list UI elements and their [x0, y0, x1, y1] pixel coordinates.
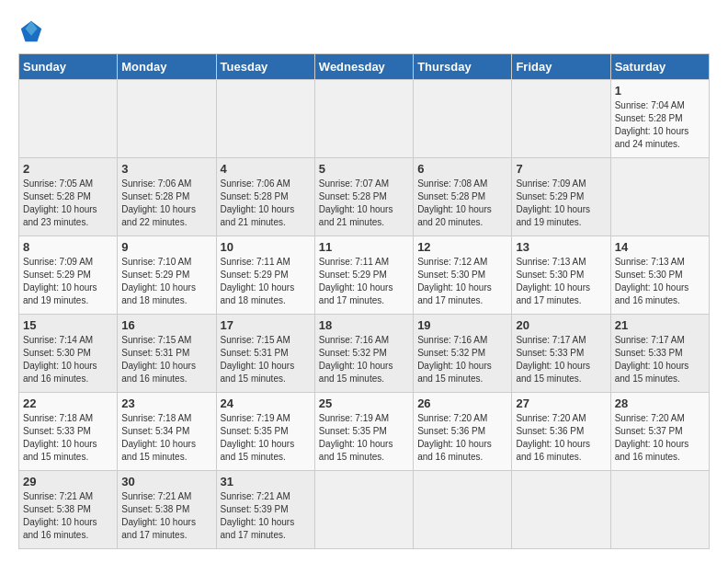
day-info: Sunrise: 7:21 AMSunset: 5:38 PMDaylight:… — [121, 490, 211, 542]
day-info: Sunrise: 7:07 AMSunset: 5:28 PMDaylight:… — [319, 178, 409, 229]
day-cell-11: 11Sunrise: 7:11 AMSunset: 5:29 PMDayligh… — [314, 236, 413, 315]
day-info: Sunrise: 7:12 AMSunset: 5:30 PMDaylight:… — [417, 256, 507, 307]
empty-cell — [414, 471, 512, 549]
day-cell-23: 23Sunrise: 7:18 AMSunset: 5:34 PMDayligh… — [118, 393, 216, 471]
day-number: 6 — [417, 162, 507, 176]
day-info: Sunrise: 7:09 AMSunset: 5:29 PMDaylight:… — [516, 178, 606, 229]
day-cell-16: 16Sunrise: 7:15 AMSunset: 5:31 PMDayligh… — [118, 315, 216, 393]
empty-cell — [610, 158, 709, 236]
day-info: Sunrise: 7:06 AMSunset: 5:28 PMDaylight:… — [221, 178, 311, 229]
day-number: 24 — [221, 396, 311, 410]
day-info: Sunrise: 7:16 AMSunset: 5:32 PMDaylight:… — [319, 334, 409, 385]
day-cell-8: 8Sunrise: 7:09 AMSunset: 5:29 PMDaylight… — [19, 236, 118, 315]
day-number: 3 — [121, 162, 211, 176]
day-info: Sunrise: 7:11 AMSunset: 5:29 PMDaylight:… — [319, 256, 409, 307]
empty-cell — [512, 80, 610, 158]
day-number: 4 — [221, 162, 311, 176]
day-number: 10 — [221, 240, 311, 254]
day-number: 22 — [23, 396, 113, 410]
day-cell-6: 6Sunrise: 7:08 AMSunset: 5:28 PMDaylight… — [414, 158, 512, 236]
day-cell-10: 10Sunrise: 7:11 AMSunset: 5:29 PMDayligh… — [216, 236, 314, 315]
day-cell-4: 4Sunrise: 7:06 AMSunset: 5:28 PMDaylight… — [216, 158, 314, 236]
day-cell-21: 21Sunrise: 7:17 AMSunset: 5:33 PMDayligh… — [610, 315, 709, 393]
day-info: Sunrise: 7:13 AMSunset: 5:30 PMDaylight:… — [516, 256, 606, 307]
day-cell-27: 27Sunrise: 7:20 AMSunset: 5:36 PMDayligh… — [512, 393, 610, 471]
day-cell-20: 20Sunrise: 7:17 AMSunset: 5:33 PMDayligh… — [512, 315, 610, 393]
day-info: Sunrise: 7:06 AMSunset: 5:28 PMDaylight:… — [121, 178, 211, 229]
day-cell-5: 5Sunrise: 7:07 AMSunset: 5:28 PMDaylight… — [314, 158, 413, 236]
day-cell-26: 26Sunrise: 7:20 AMSunset: 5:36 PMDayligh… — [414, 393, 512, 471]
day-info: Sunrise: 7:13 AMSunset: 5:30 PMDaylight:… — [615, 256, 705, 307]
empty-cell — [610, 471, 709, 549]
day-number: 11 — [319, 240, 409, 254]
header-day-monday: Monday — [118, 54, 216, 80]
day-info: Sunrise: 7:18 AMSunset: 5:34 PMDaylight:… — [121, 412, 211, 464]
day-number: 27 — [516, 396, 606, 410]
day-number: 26 — [417, 396, 507, 410]
day-info: Sunrise: 7:17 AMSunset: 5:33 PMDaylight:… — [615, 334, 705, 385]
day-info: Sunrise: 7:11 AMSunset: 5:29 PMDaylight:… — [221, 256, 311, 307]
calendar-week-2: 2Sunrise: 7:05 AMSunset: 5:28 PMDaylight… — [19, 158, 710, 236]
day-info: Sunrise: 7:20 AMSunset: 5:37 PMDaylight:… — [615, 412, 705, 464]
calendar-week-6: 29Sunrise: 7:21 AMSunset: 5:38 PMDayligh… — [19, 471, 710, 549]
header-day-sunday: Sunday — [19, 54, 118, 80]
day-number: 21 — [615, 318, 705, 332]
calendar-week-1: 1Sunrise: 7:04 AMSunset: 5:28 PMDaylight… — [19, 80, 710, 158]
day-cell-3: 3Sunrise: 7:06 AMSunset: 5:28 PMDaylight… — [118, 158, 216, 236]
header-day-tuesday: Tuesday — [216, 54, 314, 80]
day-number: 30 — [121, 475, 211, 488]
day-cell-13: 13Sunrise: 7:13 AMSunset: 5:30 PMDayligh… — [512, 236, 610, 315]
day-cell-1: 1Sunrise: 7:04 AMSunset: 5:28 PMDaylight… — [610, 80, 709, 158]
day-info: Sunrise: 7:14 AMSunset: 5:30 PMDaylight:… — [23, 334, 113, 385]
day-cell-24: 24Sunrise: 7:19 AMSunset: 5:35 PMDayligh… — [216, 393, 314, 471]
day-number: 12 — [417, 240, 507, 254]
empty-cell — [512, 471, 610, 549]
day-cell-7: 7Sunrise: 7:09 AMSunset: 5:29 PMDaylight… — [512, 158, 610, 236]
day-info: Sunrise: 7:10 AMSunset: 5:29 PMDaylight:… — [121, 256, 211, 307]
day-number: 28 — [615, 396, 705, 410]
calendar-week-3: 8Sunrise: 7:09 AMSunset: 5:29 PMDaylight… — [19, 236, 710, 315]
day-info: Sunrise: 7:21 AMSunset: 5:38 PMDaylight:… — [23, 490, 113, 542]
header-row: SundayMondayTuesdayWednesdayThursdayFrid… — [19, 54, 710, 80]
day-number: 7 — [516, 162, 606, 176]
day-number: 29 — [23, 475, 113, 488]
day-cell-25: 25Sunrise: 7:19 AMSunset: 5:35 PMDayligh… — [314, 393, 413, 471]
calendar-header: SundayMondayTuesdayWednesdayThursdayFrid… — [19, 54, 710, 80]
empty-cell — [314, 471, 413, 549]
day-info: Sunrise: 7:04 AMSunset: 5:28 PMDaylight:… — [615, 99, 705, 151]
day-info: Sunrise: 7:20 AMSunset: 5:36 PMDaylight:… — [417, 412, 507, 464]
day-number: 5 — [319, 162, 409, 176]
header-day-saturday: Saturday — [610, 54, 709, 80]
day-number: 14 — [615, 240, 705, 254]
day-info: Sunrise: 7:16 AMSunset: 5:32 PMDaylight:… — [417, 334, 507, 385]
header-day-thursday: Thursday — [414, 54, 512, 80]
empty-cell — [216, 80, 314, 158]
day-cell-12: 12Sunrise: 7:12 AMSunset: 5:30 PMDayligh… — [414, 236, 512, 315]
day-number: 25 — [319, 396, 409, 410]
day-cell-14: 14Sunrise: 7:13 AMSunset: 5:30 PMDayligh… — [610, 236, 709, 315]
day-info: Sunrise: 7:05 AMSunset: 5:28 PMDaylight:… — [23, 178, 113, 229]
day-cell-17: 17Sunrise: 7:15 AMSunset: 5:31 PMDayligh… — [216, 315, 314, 393]
day-cell-28: 28Sunrise: 7:20 AMSunset: 5:37 PMDayligh… — [610, 393, 709, 471]
calendar-week-4: 15Sunrise: 7:14 AMSunset: 5:30 PMDayligh… — [19, 315, 710, 393]
day-number: 9 — [121, 240, 211, 254]
day-number: 1 — [615, 84, 705, 98]
day-cell-19: 19Sunrise: 7:16 AMSunset: 5:32 PMDayligh… — [414, 315, 512, 393]
header-day-wednesday: Wednesday — [314, 54, 413, 80]
day-info: Sunrise: 7:17 AMSunset: 5:33 PMDaylight:… — [516, 334, 606, 385]
day-number: 17 — [221, 318, 311, 332]
calendar-table: SundayMondayTuesdayWednesdayThursdayFrid… — [18, 53, 710, 549]
day-number: 31 — [221, 475, 311, 488]
day-info: Sunrise: 7:15 AMSunset: 5:31 PMDaylight:… — [221, 334, 311, 385]
day-number: 20 — [516, 318, 606, 332]
day-info: Sunrise: 7:19 AMSunset: 5:35 PMDaylight:… — [319, 412, 409, 464]
day-info: Sunrise: 7:20 AMSunset: 5:36 PMDaylight:… — [516, 412, 606, 464]
day-info: Sunrise: 7:18 AMSunset: 5:33 PMDaylight:… — [23, 412, 113, 464]
day-cell-15: 15Sunrise: 7:14 AMSunset: 5:30 PMDayligh… — [19, 315, 118, 393]
day-cell-22: 22Sunrise: 7:18 AMSunset: 5:33 PMDayligh… — [19, 393, 118, 471]
day-info: Sunrise: 7:21 AMSunset: 5:39 PMDaylight:… — [221, 490, 311, 542]
day-cell-18: 18Sunrise: 7:16 AMSunset: 5:32 PMDayligh… — [314, 315, 413, 393]
day-number: 23 — [121, 396, 211, 410]
day-info: Sunrise: 7:09 AMSunset: 5:29 PMDaylight:… — [23, 256, 113, 307]
header-day-friday: Friday — [512, 54, 610, 80]
